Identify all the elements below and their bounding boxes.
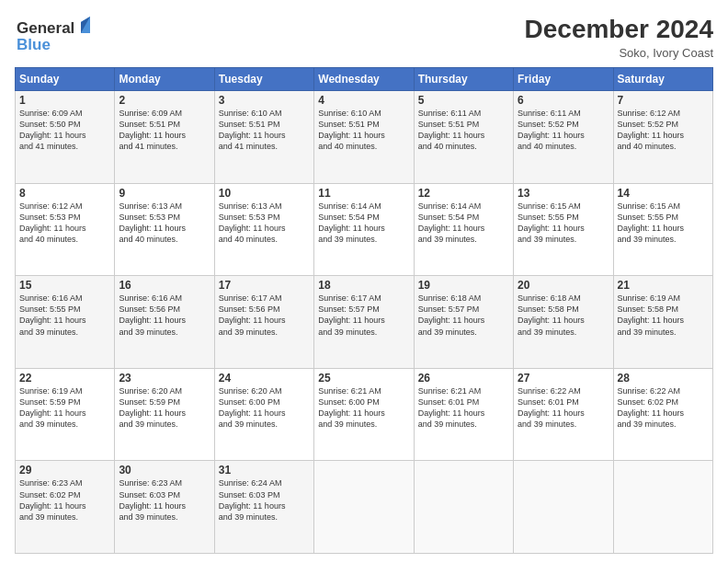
day-info: Sunrise: 6:21 AM Sunset: 6:00 PM Dayligh… — [318, 385, 409, 431]
day-info: Sunrise: 6:13 AM Sunset: 5:53 PM Dayligh… — [119, 201, 210, 246]
title-block: December 2024 Soko, Ivory Coast — [525, 15, 713, 60]
col-friday: Friday — [514, 68, 613, 91]
calendar-cell: 28Sunrise: 6:22 AM Sunset: 6:02 PM Dayli… — [613, 368, 712, 461]
calendar-cell: 7Sunrise: 6:12 AM Sunset: 5:52 PM Daylig… — [613, 91, 712, 184]
day-number: 31 — [219, 464, 310, 477]
day-info: Sunrise: 6:11 AM Sunset: 5:52 PM Dayligh… — [518, 108, 609, 153]
day-info: Sunrise: 6:20 AM Sunset: 5:59 PM Dayligh… — [119, 385, 210, 431]
day-info: Sunrise: 6:15 AM Sunset: 5:55 PM Dayligh… — [618, 201, 709, 246]
day-number: 17 — [219, 279, 310, 292]
calendar-cell: 26Sunrise: 6:21 AM Sunset: 6:01 PM Dayli… — [414, 368, 513, 461]
day-number: 5 — [418, 94, 509, 107]
calendar-cell: 13Sunrise: 6:15 AM Sunset: 5:55 PM Dayli… — [514, 183, 613, 276]
calendar-cell: 9Sunrise: 6:13 AM Sunset: 5:53 PM Daylig… — [115, 183, 214, 276]
day-info: Sunrise: 6:18 AM Sunset: 5:57 PM Dayligh… — [418, 293, 509, 338]
day-number: 27 — [518, 372, 609, 385]
day-number: 3 — [219, 94, 310, 107]
calendar-cell: 29Sunrise: 6:23 AM Sunset: 6:02 PM Dayli… — [16, 461, 115, 554]
day-info: Sunrise: 6:14 AM Sunset: 5:54 PM Dayligh… — [418, 201, 509, 246]
calendar-cell: 12Sunrise: 6:14 AM Sunset: 5:54 PM Dayli… — [414, 183, 513, 276]
calendar-cell: 17Sunrise: 6:17 AM Sunset: 5:56 PM Dayli… — [214, 276, 313, 369]
day-info: Sunrise: 6:21 AM Sunset: 6:01 PM Dayligh… — [418, 385, 509, 431]
calendar-cell: 15Sunrise: 6:16 AM Sunset: 5:55 PM Dayli… — [16, 276, 115, 369]
day-info: Sunrise: 6:15 AM Sunset: 5:55 PM Dayligh… — [518, 201, 609, 246]
calendar-cell: 31Sunrise: 6:24 AM Sunset: 6:03 PM Dayli… — [214, 461, 313, 554]
day-number: 8 — [19, 187, 110, 200]
day-number: 12 — [418, 187, 509, 200]
day-number: 29 — [19, 464, 110, 477]
day-number: 21 — [618, 279, 709, 292]
calendar-cell: 24Sunrise: 6:20 AM Sunset: 6:00 PM Dayli… — [214, 368, 313, 461]
calendar-cell: 21Sunrise: 6:19 AM Sunset: 5:58 PM Dayli… — [613, 276, 712, 369]
day-info: Sunrise: 6:09 AM Sunset: 5:51 PM Dayligh… — [119, 108, 210, 153]
calendar-cell: 20Sunrise: 6:18 AM Sunset: 5:58 PM Dayli… — [514, 276, 613, 369]
svg-text:Blue: Blue — [17, 36, 51, 53]
calendar-cell: 6Sunrise: 6:11 AM Sunset: 5:52 PM Daylig… — [514, 91, 613, 184]
day-number: 18 — [318, 279, 409, 292]
col-monday: Monday — [115, 68, 214, 91]
day-info: Sunrise: 6:22 AM Sunset: 6:01 PM Dayligh… — [518, 385, 609, 431]
day-number: 24 — [219, 372, 310, 385]
day-number: 1 — [19, 94, 110, 107]
calendar-week-1: 1Sunrise: 6:09 AM Sunset: 5:50 PM Daylig… — [16, 91, 713, 184]
day-info: Sunrise: 6:11 AM Sunset: 5:51 PM Dayligh… — [418, 108, 509, 153]
day-info: Sunrise: 6:24 AM Sunset: 6:03 PM Dayligh… — [219, 477, 310, 523]
calendar-cell: 19Sunrise: 6:18 AM Sunset: 5:57 PM Dayli… — [414, 276, 513, 369]
location: Soko, Ivory Coast — [525, 46, 713, 60]
day-number: 9 — [119, 187, 210, 200]
header-row: Sunday Monday Tuesday Wednesday Thursday… — [16, 68, 713, 91]
day-number: 6 — [518, 94, 609, 107]
day-info: Sunrise: 6:16 AM Sunset: 5:55 PM Dayligh… — [19, 293, 110, 338]
svg-text:General: General — [17, 19, 74, 37]
day-info: Sunrise: 6:22 AM Sunset: 6:02 PM Dayligh… — [618, 385, 709, 431]
day-info: Sunrise: 6:10 AM Sunset: 5:51 PM Dayligh… — [219, 108, 310, 153]
day-info: Sunrise: 6:13 AM Sunset: 5:53 PM Dayligh… — [219, 201, 310, 246]
calendar-cell: 25Sunrise: 6:21 AM Sunset: 6:00 PM Dayli… — [314, 368, 414, 461]
calendar-week-2: 8Sunrise: 6:12 AM Sunset: 5:53 PM Daylig… — [16, 183, 713, 276]
day-number: 10 — [219, 187, 310, 200]
day-info: Sunrise: 6:09 AM Sunset: 5:50 PM Dayligh… — [19, 108, 110, 153]
calendar-cell — [613, 461, 712, 554]
day-info: Sunrise: 6:17 AM Sunset: 5:57 PM Dayligh… — [318, 293, 409, 338]
calendar-cell: 16Sunrise: 6:16 AM Sunset: 5:56 PM Dayli… — [115, 276, 214, 369]
col-wednesday: Wednesday — [314, 68, 414, 91]
day-number: 30 — [119, 464, 210, 477]
calendar-week-4: 22Sunrise: 6:19 AM Sunset: 5:59 PM Dayli… — [16, 368, 713, 461]
day-number: 14 — [618, 187, 709, 200]
day-number: 28 — [618, 372, 709, 385]
day-info: Sunrise: 6:20 AM Sunset: 6:00 PM Dayligh… — [219, 385, 310, 431]
day-number: 26 — [418, 372, 509, 385]
day-info: Sunrise: 6:17 AM Sunset: 5:56 PM Dayligh… — [219, 293, 310, 338]
header: General Blue December 2024 Soko, Ivory C… — [15, 15, 713, 60]
col-saturday: Saturday — [613, 68, 712, 91]
calendar-cell: 5Sunrise: 6:11 AM Sunset: 5:51 PM Daylig… — [414, 91, 513, 184]
day-number: 13 — [518, 187, 609, 200]
calendar-cell: 1Sunrise: 6:09 AM Sunset: 5:50 PM Daylig… — [16, 91, 115, 184]
day-info: Sunrise: 6:12 AM Sunset: 5:52 PM Dayligh… — [618, 108, 709, 153]
col-thursday: Thursday — [414, 68, 513, 91]
calendar-cell: 23Sunrise: 6:20 AM Sunset: 5:59 PM Dayli… — [115, 368, 214, 461]
day-number: 2 — [119, 94, 210, 107]
day-info: Sunrise: 6:23 AM Sunset: 6:03 PM Dayligh… — [119, 477, 210, 523]
day-number: 22 — [19, 372, 110, 385]
logo: General Blue — [15, 15, 97, 59]
day-number: 4 — [318, 94, 409, 107]
day-number: 11 — [318, 187, 409, 200]
calendar-week-5: 29Sunrise: 6:23 AM Sunset: 6:02 PM Dayli… — [16, 461, 713, 554]
calendar-cell: 14Sunrise: 6:15 AM Sunset: 5:55 PM Dayli… — [613, 183, 712, 276]
calendar-cell: 4Sunrise: 6:10 AM Sunset: 5:51 PM Daylig… — [314, 91, 414, 184]
calendar-table: Sunday Monday Tuesday Wednesday Thursday… — [15, 67, 713, 554]
calendar-container: General Blue December 2024 Soko, Ivory C… — [0, 0, 728, 563]
day-info: Sunrise: 6:18 AM Sunset: 5:58 PM Dayligh… — [518, 293, 609, 338]
day-number: 19 — [418, 279, 509, 292]
calendar-cell: 22Sunrise: 6:19 AM Sunset: 5:59 PM Dayli… — [16, 368, 115, 461]
day-number: 16 — [119, 279, 210, 292]
calendar-cell: 11Sunrise: 6:14 AM Sunset: 5:54 PM Dayli… — [314, 183, 414, 276]
calendar-cell: 18Sunrise: 6:17 AM Sunset: 5:57 PM Dayli… — [314, 276, 414, 369]
day-number: 20 — [518, 279, 609, 292]
day-number: 7 — [618, 94, 709, 107]
calendar-cell: 8Sunrise: 6:12 AM Sunset: 5:53 PM Daylig… — [16, 183, 115, 276]
logo-icon: General Blue — [15, 15, 97, 55]
day-info: Sunrise: 6:19 AM Sunset: 5:59 PM Dayligh… — [19, 385, 110, 431]
calendar-cell: 2Sunrise: 6:09 AM Sunset: 5:51 PM Daylig… — [115, 91, 214, 184]
